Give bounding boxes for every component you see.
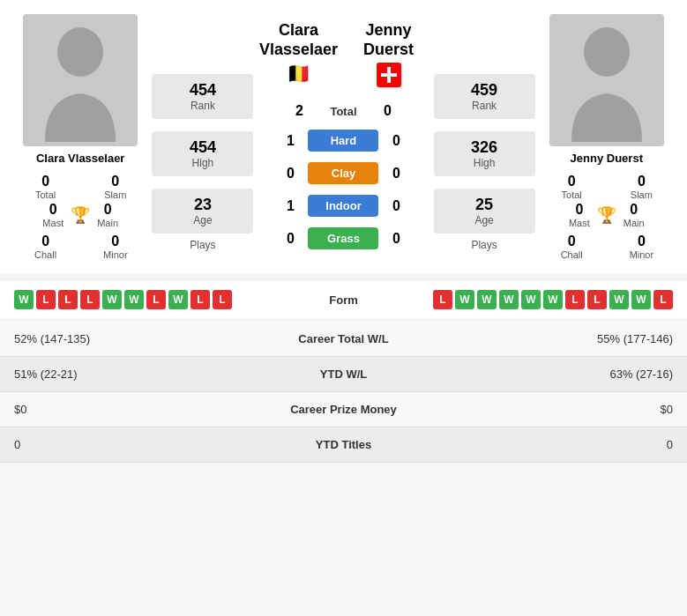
player1-main-label: Main — [97, 218, 118, 228]
total-p1: 2 — [288, 103, 310, 119]
player1-minor-stat: 0 Minor — [86, 234, 145, 260]
player2-age-value: 25 — [434, 196, 535, 214]
hard-p1: 1 — [280, 133, 301, 149]
stat-label: Career Total W/L — [229, 322, 459, 357]
player1-trophy-icon: 🏆 — [71, 205, 90, 225]
svg-point-4 — [584, 27, 630, 77]
stats-table: 52% (147-135) Career Total W/L 55% (177-… — [0, 322, 687, 463]
clay-p1: 0 — [280, 166, 301, 182]
form-section: WLLLWWLWLL Form LWWWWWLLWWL — [0, 281, 687, 318]
stat-p1-value: $0 — [0, 392, 229, 427]
player2-bottom-stats: 0 Chall 0 Minor — [535, 234, 678, 260]
player2-mast-value: 0 — [575, 202, 583, 218]
player1-minor-label: Minor — [103, 249, 128, 260]
player2-mast-stat: 0 Mast — [569, 202, 590, 228]
top-section: Clara Vlasselaer 0 Total 0 Slam 0 Mast 🏆 — [0, 0, 687, 274]
form-badge-p2: W — [455, 290, 474, 309]
player2-minor-value: 0 — [638, 234, 646, 249]
player2-chall-label: Chall — [561, 249, 583, 260]
form-badge-p1: W — [14, 290, 34, 309]
indoor-row: 1 Indoor 0 — [253, 195, 433, 217]
player2-main-label: Main — [624, 218, 645, 228]
names-row: ClaraVlasselaer 🇧🇪 Jenny Duerst — [253, 21, 433, 91]
player2-rank-value: 459 — [434, 81, 535, 100]
player1-stats-grid: 0 Total 0 Slam — [9, 174, 152, 200]
form-badge-p2: W — [477, 290, 497, 309]
indoor-p1: 1 — [280, 198, 301, 214]
player1-main-stat: 0 Main — [97, 202, 118, 228]
player1-slam-value: 0 — [111, 174, 119, 189]
player1-trophy-row: 0 Mast 🏆 0 Main — [42, 202, 118, 228]
player2-avatar — [549, 14, 664, 146]
total-label: Total — [317, 105, 370, 118]
player2-trophy-row: 0 Mast 🏆 0 Main — [569, 202, 645, 228]
player1-mast-stat: 0 Mast — [42, 202, 63, 228]
player2-main-value: 0 — [630, 202, 638, 218]
player2-name-center: Jenny Duerst — [344, 21, 434, 91]
grass-row: 0 Grass 0 — [253, 227, 433, 249]
player1-minor-value: 0 — [111, 234, 119, 249]
player2-panel: Jenny Duerst 0 Total 0 Slam 0 Mast 🏆 — [535, 14, 678, 260]
form-badge-p2: L — [565, 290, 585, 309]
player1-name-center: ClaraVlasselaer 🇧🇪 — [253, 21, 343, 85]
form-badge-p1: L — [190, 290, 210, 309]
player2-minor-label: Minor — [630, 249, 654, 260]
clay-row: 0 Clay 0 — [253, 162, 433, 184]
player2-main-stat: 0 Main — [624, 202, 645, 228]
player1-age-box: 23 Age — [152, 189, 253, 234]
player2-rank-label: Rank — [434, 100, 535, 112]
player1-center-name-text: ClaraVlasselaer — [253, 21, 343, 59]
player1-chall-value: 0 — [41, 234, 49, 249]
form-badge-p1: W — [124, 290, 144, 309]
form-badge-p2: L — [587, 290, 607, 309]
comparison-panel: ClaraVlasselaer 🇧🇪 Jenny Duerst — [253, 14, 433, 260]
stats-row: 0 YTD Titles 0 — [0, 427, 687, 463]
form-badge-p2: W — [543, 290, 563, 309]
player1-high-value: 454 — [152, 138, 253, 157]
clay-p2: 0 — [385, 166, 407, 182]
stat-p1-value: 52% (147-135) — [0, 322, 229, 357]
player1-bottom-stats: 0 Chall 0 Minor — [9, 234, 152, 260]
player2-center-stats: 459 Rank 326 High 25 Age Plays — [434, 14, 535, 260]
stats-row: $0 Career Prize Money $0 — [0, 392, 687, 427]
clay-button: Clay — [308, 162, 378, 184]
player1-flag: 🇧🇪 — [253, 63, 343, 85]
player1-total-stat: 0 Total — [16, 174, 75, 200]
player2-total-value: 0 — [568, 174, 576, 189]
stat-p1-value: 0 — [0, 427, 229, 463]
player2-mast-label: Mast — [569, 218, 590, 228]
player2-chall-value: 0 — [568, 234, 576, 249]
player2-stats-grid: 0 Total 0 Slam — [535, 174, 678, 200]
player1-rank-label: Rank — [152, 100, 253, 112]
stat-label: YTD Titles — [229, 427, 459, 463]
player1-high-box: 454 High — [152, 131, 253, 176]
player2-plays-label: Plays — [471, 239, 497, 251]
form-badge-p1: W — [102, 290, 122, 309]
total-p2: 0 — [377, 103, 398, 119]
stats-row: 51% (22-21) YTD W/L 63% (27-16) — [0, 357, 687, 392]
form-badge-p2: W — [609, 290, 629, 309]
player1-plays-box: Plays — [190, 239, 215, 251]
form-badge-p2: W — [499, 290, 519, 309]
stats-row: 52% (147-135) Career Total W/L 55% (177-… — [0, 322, 687, 357]
player2-flag — [344, 63, 434, 91]
form-badges-right: LWWWWWLLWWL — [382, 290, 674, 309]
player1-slam-label: Slam — [104, 189, 126, 200]
form-badge-p1: L — [80, 290, 100, 309]
player2-age-box: 25 Age — [434, 189, 535, 234]
player2-slam-value: 0 — [638, 174, 646, 189]
stat-label: YTD W/L — [229, 357, 459, 392]
form-badge-p1: L — [146, 290, 166, 309]
player1-plays-label: Plays — [190, 239, 215, 251]
form-badges-left: WLLLWWLWLL — [14, 290, 306, 309]
player2-total-label: Total — [562, 189, 582, 200]
player1-mast-value: 0 — [49, 202, 57, 218]
form-badge-p1: L — [58, 290, 78, 309]
player2-plays-box: Plays — [471, 239, 497, 251]
player2-age-label: Age — [434, 214, 535, 226]
form-badge-p2: L — [433, 290, 452, 309]
main-container: Clara Vlasselaer 0 Total 0 Slam 0 Mast 🏆 — [0, 0, 687, 463]
player2-minor-stat: 0 Minor — [612, 234, 671, 260]
player2-rank-box: 459 Rank — [434, 74, 535, 119]
form-badge-p1: L — [36, 290, 56, 309]
